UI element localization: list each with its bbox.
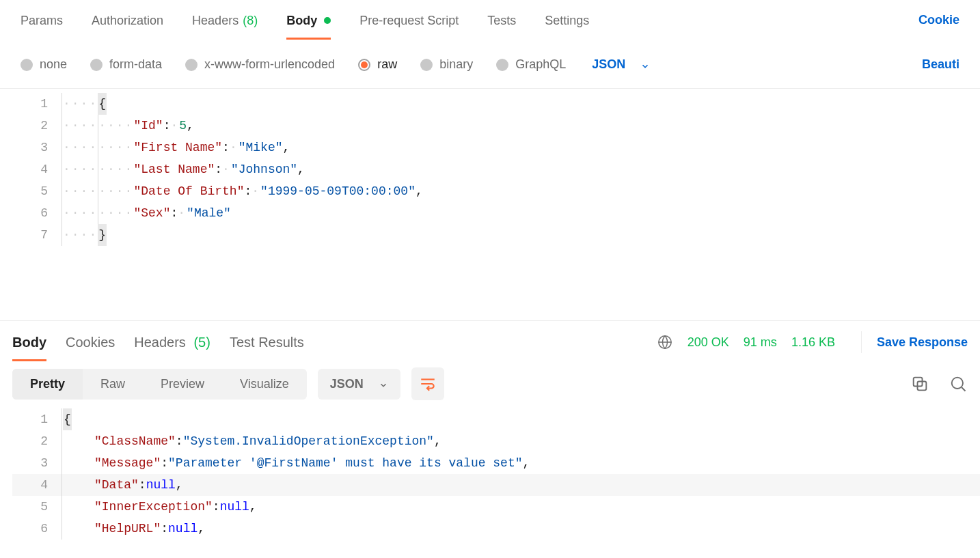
code-key: "Last Name" xyxy=(133,158,215,180)
request-body-editor[interactable]: 1 ····{ 2 ········"Id":·5, 3 ········"Fi… xyxy=(0,89,980,321)
radio-icon xyxy=(185,59,198,71)
body-type-formdata[interactable]: form-data xyxy=(90,57,162,72)
line-number: 4 xyxy=(12,158,62,180)
body-type-binary-label: binary xyxy=(439,57,473,72)
resp-tab-testresults[interactable]: Test Results xyxy=(230,324,304,361)
svg-line-6 xyxy=(962,387,965,391)
tab-headers[interactable]: Headers (8) xyxy=(192,1,258,40)
tab-headers-count: (8) xyxy=(243,14,258,28)
body-type-graphql[interactable]: GraphQL xyxy=(496,57,566,72)
line-number: 1 xyxy=(12,93,62,115)
radio-icon xyxy=(358,59,370,71)
tab-headers-label: Headers xyxy=(192,14,239,28)
tab-authorization[interactable]: Authorization xyxy=(92,1,163,40)
response-format-label: JSON xyxy=(330,377,364,391)
code-value: null xyxy=(168,518,198,540)
response-format-dropdown[interactable]: JSON xyxy=(318,369,400,400)
code-value: "Parameter '@FirstName' must have its va… xyxy=(168,452,522,474)
line-number: 4 xyxy=(12,474,62,496)
tab-body[interactable]: Body xyxy=(286,1,331,40)
code-key: "Sex" xyxy=(133,202,170,224)
line-number: 1 xyxy=(12,408,62,430)
code-brace: { xyxy=(98,93,107,115)
radio-icon xyxy=(90,59,103,71)
tab-tests[interactable]: Tests xyxy=(487,1,516,40)
line-number: 3 xyxy=(12,137,62,158)
code-value: "1999-05-09T00:00:00" xyxy=(260,180,416,202)
line-number: 2 xyxy=(12,115,62,137)
code-value: "System.InvalidOperationException" xyxy=(183,430,434,452)
code-key: "Data" xyxy=(94,474,139,496)
save-response-button[interactable]: Save Response xyxy=(877,335,968,350)
body-type-none-label: none xyxy=(40,57,67,72)
chevron-down-icon xyxy=(379,379,388,389)
search-icon xyxy=(949,374,968,393)
wrap-lines-button[interactable] xyxy=(411,367,444,400)
copy-icon xyxy=(910,374,929,393)
response-body-editor[interactable]: 1 { 2 "ClassName": "System.InvalidOperat… xyxy=(0,404,980,540)
line-number: 6 xyxy=(12,202,62,224)
body-modified-dot xyxy=(324,17,331,24)
body-type-formdata-label: form-data xyxy=(109,57,162,72)
view-visualize[interactable]: Visualize xyxy=(222,369,307,400)
tab-settings[interactable]: Settings xyxy=(545,1,589,40)
resp-tab-headers[interactable]: Headers (5) xyxy=(134,324,210,361)
body-type-raw[interactable]: raw xyxy=(358,57,397,72)
code-key: "Message" xyxy=(94,452,161,474)
response-tabs: Body Cookies Headers (5) Test Results 20… xyxy=(0,321,980,363)
code-key: "ClassName" xyxy=(94,430,176,452)
radio-icon xyxy=(496,59,508,71)
code-value: 5 xyxy=(179,115,187,137)
response-view-row: Pretty Raw Preview Visualize JSON xyxy=(0,363,980,404)
view-pretty[interactable]: Pretty xyxy=(12,369,83,400)
resp-tab-headers-count: (5) xyxy=(193,335,210,350)
resp-tab-cookies[interactable]: Cookies xyxy=(66,324,115,361)
code-key: "InnerException" xyxy=(94,496,213,518)
search-button[interactable] xyxy=(949,374,968,393)
divider xyxy=(861,331,862,353)
body-type-none[interactable]: none xyxy=(21,57,67,72)
svg-point-5 xyxy=(952,378,963,389)
status-code: 200 OK xyxy=(688,335,729,349)
request-tabs: Params Authorization Headers (8) Body Pr… xyxy=(0,0,980,41)
cookies-link[interactable]: Cookie xyxy=(918,13,959,27)
view-raw[interactable]: Raw xyxy=(83,369,143,400)
tab-prereq[interactable]: Pre-request Script xyxy=(359,1,459,40)
body-type-raw-label: raw xyxy=(377,57,397,72)
code-brace: } xyxy=(98,224,107,246)
tab-body-label: Body xyxy=(286,14,317,28)
line-number: 2 xyxy=(12,430,62,452)
line-number: 3 xyxy=(12,452,62,474)
view-mode-group: Pretty Raw Preview Visualize xyxy=(12,369,307,400)
chevron-down-icon xyxy=(640,60,650,70)
code-value: null xyxy=(146,474,176,496)
status-time: 91 ms xyxy=(744,335,777,349)
code-key: "Date Of Birth" xyxy=(133,180,244,202)
line-number: 6 xyxy=(12,518,62,540)
body-type-urlencoded[interactable]: x-www-form-urlencoded xyxy=(185,57,335,72)
radio-icon xyxy=(21,59,33,71)
code-key: "First Name" xyxy=(133,137,222,158)
code-key: "HelpURL" xyxy=(94,518,161,540)
code-value: "Johnson" xyxy=(231,158,297,180)
status-size: 1.16 KB xyxy=(791,335,835,349)
code-key: "Id" xyxy=(133,115,163,137)
line-number: 5 xyxy=(12,496,62,518)
response-status: 200 OK 91 ms 1.16 KB xyxy=(688,335,846,350)
body-format-dropdown[interactable]: JSON xyxy=(592,57,650,72)
code-value: "Mike" xyxy=(239,137,283,158)
body-type-binary[interactable]: binary xyxy=(420,57,473,72)
code-value: null xyxy=(220,496,249,518)
body-type-urlencoded-label: x-www-form-urlencoded xyxy=(204,57,335,72)
beautify-link[interactable]: Beauti xyxy=(922,57,959,72)
code-value: "Male" xyxy=(187,202,231,224)
copy-button[interactable] xyxy=(910,374,929,393)
line-number: 7 xyxy=(12,224,62,246)
tab-params[interactable]: Params xyxy=(21,1,63,40)
resp-tab-body[interactable]: Body xyxy=(12,324,46,361)
body-type-row: none form-data x-www-form-urlencoded raw… xyxy=(0,41,980,89)
globe-icon[interactable] xyxy=(657,335,672,350)
code-brace: { xyxy=(63,408,72,430)
view-preview[interactable]: Preview xyxy=(143,369,222,400)
body-type-graphql-label: GraphQL xyxy=(515,57,566,72)
